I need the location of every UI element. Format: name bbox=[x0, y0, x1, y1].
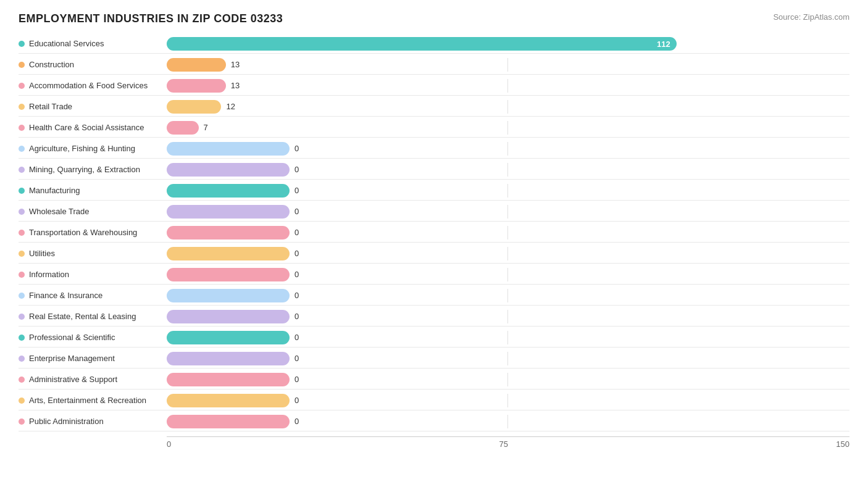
bar-container: 0 bbox=[167, 373, 849, 386]
bar-row: Finance & Insurance0 bbox=[19, 286, 849, 306]
bar-dot-icon bbox=[19, 293, 25, 299]
bar-fill: 112 bbox=[167, 37, 677, 51]
bar-fill bbox=[167, 142, 290, 156]
bar-value-label: 0 bbox=[294, 144, 299, 153]
bar-label-text: Information bbox=[29, 270, 69, 279]
bar-label: Transportation & Warehousing bbox=[19, 228, 167, 237]
bar-row: Public Administration0 bbox=[19, 412, 849, 431]
bar-track: 12 bbox=[167, 100, 849, 114]
bar-row: Health Care & Social Assistance7 bbox=[19, 118, 849, 138]
bar-track: 0 bbox=[167, 331, 849, 344]
bar-dot-icon bbox=[19, 335, 25, 341]
bar-container: 12 bbox=[167, 100, 849, 114]
bar-dot-icon bbox=[19, 125, 25, 131]
bar-dot-icon bbox=[19, 398, 25, 404]
bar-container: 0 bbox=[167, 289, 849, 302]
bar-dot-icon bbox=[19, 104, 25, 110]
bar-track: 0 bbox=[167, 415, 849, 428]
bar-value-label: 0 bbox=[294, 354, 299, 363]
bar-label: Public Administration bbox=[19, 417, 167, 426]
bar-value-label: 0 bbox=[294, 417, 299, 426]
bar-container: 0 bbox=[167, 142, 849, 156]
bar-value-label: 0 bbox=[294, 165, 299, 174]
bar-track: 0 bbox=[167, 268, 849, 281]
bar-track: 0 bbox=[167, 226, 849, 240]
bar-row: Educational Services112 bbox=[19, 34, 849, 54]
bar-row: Transportation & Warehousing0 bbox=[19, 223, 849, 243]
bar-fill bbox=[167, 415, 290, 428]
chart-title: EMPLOYMENT INDUSTRIES IN ZIP CODE 03233 bbox=[19, 12, 283, 25]
bar-fill bbox=[167, 268, 290, 281]
bar-container: 0 bbox=[167, 352, 849, 365]
bar-label: Finance & Insurance bbox=[19, 291, 167, 300]
bar-label-text: Mining, Quarrying, & Extraction bbox=[29, 165, 140, 174]
bar-label-text: Agriculture, Fishing & Hunting bbox=[29, 144, 135, 153]
bar-label: Manufacturing bbox=[19, 186, 167, 195]
bar-track: 0 bbox=[167, 394, 849, 407]
bar-value-label: 0 bbox=[294, 207, 299, 216]
bar-row: Real Estate, Rental & Leasing0 bbox=[19, 307, 849, 327]
bar-fill bbox=[167, 121, 199, 135]
bar-fill bbox=[167, 100, 221, 114]
bar-label-text: Arts, Entertainment & Recreation bbox=[29, 396, 146, 405]
bar-label: Construction bbox=[19, 60, 167, 69]
bar-label-text: Accommodation & Food Services bbox=[29, 81, 148, 90]
bar-label-text: Construction bbox=[29, 60, 74, 69]
bar-row: Accommodation & Food Services13 bbox=[19, 76, 849, 96]
x-axis-tick: 0 bbox=[167, 439, 171, 449]
bar-dot-icon bbox=[19, 377, 25, 383]
bar-row: Wholesale Trade0 bbox=[19, 202, 849, 222]
bar-track: 0 bbox=[167, 163, 849, 177]
bar-fill bbox=[167, 226, 290, 240]
bar-value-label: 0 bbox=[294, 228, 299, 237]
bar-label-text: Real Estate, Rental & Leasing bbox=[29, 312, 136, 321]
bar-track: 112 bbox=[167, 37, 849, 51]
bar-track: 0 bbox=[167, 289, 849, 302]
source-text: Source: ZipAtlas.com bbox=[773, 12, 849, 22]
bar-track: 0 bbox=[167, 310, 849, 323]
bar-fill bbox=[167, 352, 290, 365]
bar-label: Mining, Quarrying, & Extraction bbox=[19, 165, 167, 174]
bar-fill bbox=[167, 289, 290, 302]
bar-label-text: Health Care & Social Assistance bbox=[29, 123, 144, 132]
bar-track: 0 bbox=[167, 373, 849, 386]
bar-label: Health Care & Social Assistance bbox=[19, 123, 167, 132]
bar-label-text: Administrative & Support bbox=[29, 375, 117, 384]
bar-row: Enterprise Management0 bbox=[19, 349, 849, 369]
bar-dot-icon bbox=[19, 146, 25, 152]
bar-value-label: 0 bbox=[294, 312, 299, 321]
bar-label: Enterprise Management bbox=[19, 354, 167, 363]
bar-label-text: Educational Services bbox=[29, 39, 104, 48]
bar-label: Educational Services bbox=[19, 39, 167, 48]
bar-row: Manufacturing0 bbox=[19, 181, 849, 201]
bar-dot-icon bbox=[19, 356, 25, 362]
x-axis: 075150 bbox=[19, 436, 849, 449]
bar-label-text: Wholesale Trade bbox=[29, 207, 90, 216]
bar-row: Arts, Entertainment & Recreation0 bbox=[19, 391, 849, 410]
bar-dot-icon bbox=[19, 419, 25, 425]
bar-container: 0 bbox=[167, 394, 849, 407]
bar-fill bbox=[167, 205, 290, 219]
bar-container: 0 bbox=[167, 247, 849, 260]
bar-value-label: 0 bbox=[294, 270, 299, 279]
bar-value-inside-label: 112 bbox=[657, 39, 670, 48]
bar-dot-icon bbox=[19, 251, 25, 257]
bar-label-text: Finance & Insurance bbox=[29, 291, 102, 300]
bar-track: 0 bbox=[167, 247, 849, 260]
bar-value-label: 13 bbox=[231, 60, 240, 69]
bar-row: Professional & Scientific0 bbox=[19, 328, 849, 348]
bar-label: Wholesale Trade bbox=[19, 207, 167, 216]
bar-track: 0 bbox=[167, 142, 849, 156]
bar-row: Administrative & Support0 bbox=[19, 370, 849, 389]
bar-label-text: Utilities bbox=[29, 249, 55, 258]
bar-container: 0 bbox=[167, 268, 849, 281]
bar-row: Agriculture, Fishing & Hunting0 bbox=[19, 139, 849, 159]
bar-value-label: 13 bbox=[231, 81, 240, 90]
bar-fill bbox=[167, 184, 290, 198]
bar-row: Utilities0 bbox=[19, 244, 849, 264]
bar-label-text: Enterprise Management bbox=[29, 354, 115, 363]
bar-value-label: 0 bbox=[294, 291, 299, 300]
bar-container: 112 bbox=[167, 37, 849, 51]
bar-dot-icon bbox=[19, 209, 25, 215]
bar-container: 7 bbox=[167, 121, 849, 135]
